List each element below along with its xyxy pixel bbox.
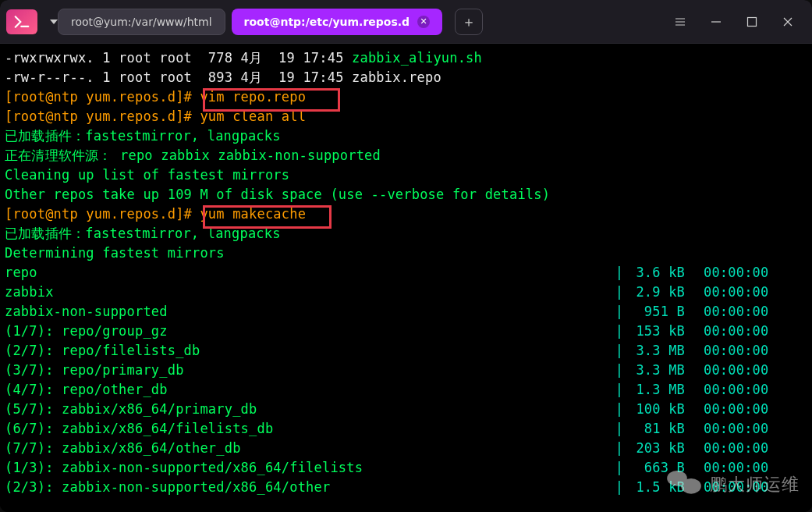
download-row: (7/7): zabbix/x86_64/other_db|203 kB00:0…	[5, 439, 812, 458]
repo-name: (5/7): zabbix/x86_64/primary_db	[5, 400, 610, 419]
download-time: 00:00:00	[704, 419, 782, 439]
separator: |	[610, 478, 629, 497]
download-time: 00:00:00	[704, 302, 782, 322]
repo-name: zabbix	[5, 283, 610, 302]
download-size: 2.9 kB	[629, 283, 691, 302]
download-time: 00:00:00	[704, 322, 782, 341]
repo-name: (3/7): repo/primary_db	[5, 361, 610, 380]
prompt-line: [root@ntp yum.repos.d]# yum makecache	[5, 204, 812, 224]
output-line: Determining fastest mirrors	[5, 244, 812, 263]
tab-inactive[interactable]: root@yum:/var/www/html	[58, 9, 225, 35]
separator: |	[610, 439, 629, 458]
download-size: 153 kB	[629, 322, 691, 341]
download-size: 203 kB	[629, 439, 691, 458]
download-row: (4/7): repo/other_db|1.3 MB00:00:00	[5, 380, 812, 400]
prompt-line: [root@ntp yum.repos.d]# yum clean all	[5, 107, 812, 126]
ls-line: -rw-r--r--. 1 root root 893 4月 19 17:45 …	[5, 68, 812, 87]
separator: |	[610, 263, 629, 283]
watermark: 鹏大师运维	[666, 470, 800, 498]
output-line: 正在清理软件源： repo zabbix zabbix-non-supporte…	[5, 146, 812, 165]
repo-name: repo	[5, 263, 610, 283]
watermark-text: 鹏大师运维	[710, 475, 800, 494]
download-time: 00:00:00	[704, 341, 782, 361]
download-time: 00:00:00	[704, 400, 782, 419]
download-row: (1/7): repo/group_gz|153 kB00:00:00	[5, 322, 812, 341]
tab-title: root@yum:/var/www/html	[71, 16, 212, 28]
separator: |	[610, 380, 629, 400]
output-line: 已加载插件：fastestmirror, langpacks	[5, 224, 812, 244]
download-row: repo|3.6 kB00:00:00	[5, 263, 812, 283]
hamburger-menu-icon[interactable]	[662, 4, 698, 40]
output-line: Cleaning up list of fastest mirrors	[5, 165, 812, 185]
svg-rect-0	[748, 17, 757, 26]
download-time: 00:00:00	[704, 263, 782, 283]
download-size: 3.3 MB	[629, 341, 691, 361]
download-row: (3/7): repo/primary_db|3.3 MB00:00:00	[5, 361, 812, 380]
app-terminal-icon[interactable]	[6, 9, 37, 34]
app-menu-caret-icon[interactable]	[50, 20, 58, 24]
window-controls	[662, 4, 806, 40]
tab-strip: root@yum:/var/www/html root@ntp:/etc/yum…	[58, 0, 662, 43]
separator: |	[610, 361, 629, 380]
tab-active[interactable]: root@ntp:/etc/yum.repos.d ✕	[232, 9, 443, 35]
download-size: 100 kB	[629, 400, 691, 419]
prompt-line: [root@ntp yum.repos.d]# vim repo.repo	[5, 87, 812, 107]
separator: |	[610, 458, 629, 478]
download-row: (6/7): zabbix/x86_64/filelists_db| 81 kB…	[5, 419, 812, 439]
download-row: (5/7): zabbix/x86_64/primary_db|100 kB00…	[5, 400, 812, 419]
wechat-icon	[666, 470, 704, 498]
repo-name: zabbix-non-supported	[5, 302, 610, 322]
repo-name: (2/3): zabbix-non-supported/x86_64/other	[5, 478, 610, 497]
download-size: 1.3 MB	[629, 380, 691, 400]
repo-name: (7/7): zabbix/x86_64/other_db	[5, 439, 610, 458]
tab-title: root@ntp:/etc/yum.repos.d	[244, 16, 410, 28]
repo-name: (4/7): repo/other_db	[5, 380, 610, 400]
titlebar: root@yum:/var/www/html root@ntp:/etc/yum…	[0, 0, 812, 44]
separator: |	[610, 322, 629, 341]
output-line: 已加载插件：fastestmirror, langpacks	[5, 126, 812, 146]
highlighted-command: yum makecache	[200, 206, 306, 222]
ls-line: -rwxrwxrwx. 1 root root 778 4月 19 17:45 …	[5, 48, 812, 68]
repo-name: (1/7): repo/group_gz	[5, 322, 610, 341]
close-icon[interactable]	[770, 4, 806, 40]
repo-name: (6/7): zabbix/x86_64/filelists_db	[5, 419, 610, 439]
separator: |	[610, 302, 629, 322]
tab-close-icon[interactable]: ✕	[417, 16, 430, 28]
terminal-body[interactable]: -rwxrwxrwx. 1 root root 778 4月 19 17:45 …	[0, 44, 812, 512]
repo-name: (1/3): zabbix-non-supported/x86_64/filel…	[5, 458, 610, 478]
separator: |	[610, 419, 629, 439]
repo-name: (2/7): repo/filelists_db	[5, 341, 610, 361]
download-size: 81 kB	[629, 419, 691, 439]
highlighted-command: yum clean all	[200, 108, 306, 124]
svg-point-2	[681, 478, 701, 494]
minimize-icon[interactable]	[698, 4, 734, 40]
download-time: 00:00:00	[704, 283, 782, 302]
separator: |	[610, 341, 629, 361]
download-row: zabbix|2.9 kB00:00:00	[5, 283, 812, 302]
download-time: 00:00:00	[704, 439, 782, 458]
download-row: zabbix-non-supported| 951 B00:00:00	[5, 302, 812, 322]
download-time: 00:00:00	[704, 361, 782, 380]
new-tab-button[interactable]: ＋	[455, 9, 483, 35]
terminal-window: root@yum:/var/www/html root@ntp:/etc/yum…	[0, 0, 812, 512]
separator: |	[610, 400, 629, 419]
maximize-icon[interactable]	[734, 4, 770, 40]
download-size: 3.6 kB	[629, 263, 691, 283]
output-line: Other repos take up 109 M of disk space …	[5, 185, 812, 204]
download-size: 951 B	[629, 302, 691, 322]
download-time: 00:00:00	[704, 380, 782, 400]
download-row: (2/7): repo/filelists_db|3.3 MB00:00:00	[5, 341, 812, 361]
download-size: 3.3 MB	[629, 361, 691, 380]
separator: |	[610, 283, 629, 302]
